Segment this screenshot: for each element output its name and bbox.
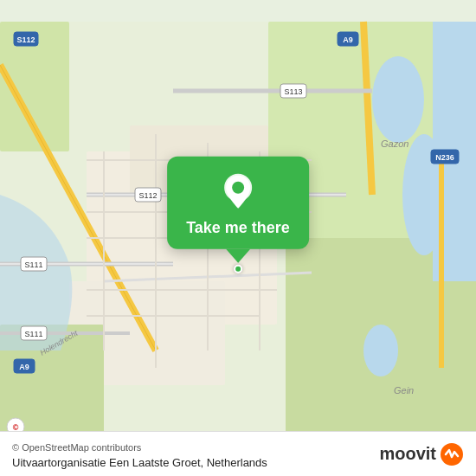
moovit-logo: moovit: [379, 442, 464, 466]
svg-text:S111: S111: [24, 330, 42, 338]
svg-text:Gazon: Gazon: [381, 138, 408, 149]
copyright-section: © OpenStreetMap contributors Uitvaartorg…: [12, 439, 267, 470]
moovit-logo-icon: [440, 442, 464, 466]
bottom-left-info: © OpenStreetMap contributors Uitvaartorg…: [12, 439, 267, 470]
popup-box[interactable]: Take me there: [167, 157, 309, 249]
location-name: Uitvaartorganisatie Een Laatste Groet, N…: [12, 456, 267, 469]
osm-copyright: © OpenStreetMap contributors: [12, 442, 141, 453]
svg-text:S112: S112: [138, 191, 157, 200]
location-pin-icon: [219, 172, 257, 210]
popup-arrow: [226, 249, 250, 263]
map-container: S112 S112 S111 S111 S113 A9 S112 A9 N236…: [0, 0, 476, 476]
popup-label: Take me there: [186, 219, 290, 237]
bottom-bar: © OpenStreetMap contributors Uitvaartorg…: [0, 431, 476, 476]
svg-text:A9: A9: [343, 35, 353, 44]
moovit-wordmark: moovit: [379, 444, 436, 464]
svg-point-8: [372, 56, 424, 143]
map-popup[interactable]: Take me there: [167, 157, 309, 273]
svg-text:S111: S111: [24, 261, 42, 269]
svg-text:S113: S113: [284, 87, 302, 96]
map-pin-dot: [234, 265, 242, 273]
svg-text:N236: N236: [435, 153, 454, 162]
svg-text:S112: S112: [16, 35, 35, 44]
svg-point-36: [232, 182, 244, 194]
svg-text:Gein: Gein: [394, 385, 414, 396]
svg-point-11: [363, 325, 398, 376]
svg-text:A9: A9: [19, 363, 29, 371]
